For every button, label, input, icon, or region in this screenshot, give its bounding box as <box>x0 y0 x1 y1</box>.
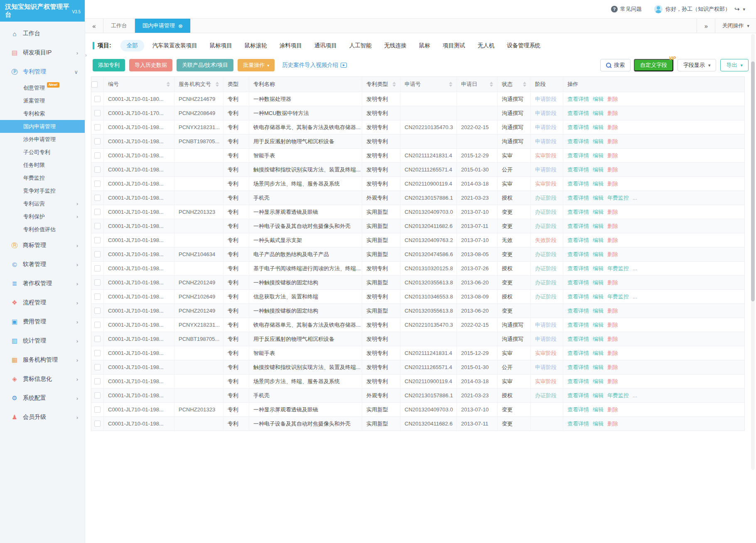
export-dropdown[interactable]: 导出 ▾ <box>720 59 749 71</box>
row-checkbox[interactable] <box>94 421 101 427</box>
column-header[interactable]: 专利类型 <box>362 77 400 92</box>
action-link[interactable]: 删除 <box>607 251 618 258</box>
action-link[interactable]: 编辑 <box>593 152 604 159</box>
action-link[interactable]: 查看详情 <box>567 321 589 329</box>
action-link[interactable]: 编辑 <box>593 392 604 399</box>
logout-icon[interactable]: ↪ <box>734 5 740 13</box>
row-checkbox[interactable] <box>94 96 101 102</box>
action-link[interactable]: 年费监控 <box>607 194 629 202</box>
action-link[interactable]: 删除 <box>607 350 618 357</box>
sidebar-subitem[interactable]: 涉外申请管理 <box>0 133 85 146</box>
action-link[interactable]: 查看详情 <box>567 223 589 230</box>
row-checkbox[interactable] <box>94 364 101 370</box>
history-video-link[interactable]: 历史案件导入视频介绍 ▶ <box>282 61 347 69</box>
action-link[interactable]: 查看详情 <box>567 378 589 385</box>
column-header[interactable]: 申请日 <box>457 77 498 92</box>
action-link[interactable]: 查看详情 <box>567 95 589 103</box>
row-checkbox[interactable] <box>94 124 101 130</box>
row-checkbox[interactable] <box>94 181 101 187</box>
action-link[interactable]: 年费监控 <box>607 265 629 272</box>
sidebar-item[interactable]: ▣ 费用管理 › <box>0 312 85 331</box>
sort-icon[interactable] <box>167 82 170 87</box>
action-link[interactable]: 删除 <box>607 95 618 103</box>
action-link[interactable]: 查看详情 <box>567 180 589 188</box>
row-checkbox[interactable] <box>94 392 101 399</box>
row-checkbox[interactable] <box>94 406 101 413</box>
action-link[interactable]: 查看详情 <box>567 208 589 216</box>
row-checkbox[interactable] <box>94 265 101 272</box>
panel-collapse-handle[interactable]: › <box>85 52 87 58</box>
action-link[interactable]: 编辑 <box>593 180 604 188</box>
row-checkbox[interactable] <box>94 138 101 144</box>
sort-icon[interactable] <box>490 82 493 87</box>
project-filter-option[interactable]: 设备管理系统 <box>507 42 540 49</box>
row-checkbox[interactable] <box>94 294 101 300</box>
search-button[interactable]: 搜索 <box>600 59 631 71</box>
action-link[interactable]: 查看详情 <box>567 335 589 343</box>
action-link[interactable]: 编辑 <box>593 420 604 428</box>
action-link[interactable]: 删除 <box>607 279 618 286</box>
action-link[interactable]: 编辑 <box>593 335 604 343</box>
project-filter-option[interactable]: 无人机 <box>478 42 495 49</box>
sidebar-item[interactable]: ⌂ 工作台 <box>0 24 85 43</box>
user-caret-icon[interactable]: ▾ <box>743 7 745 12</box>
project-filter-option[interactable]: 通讯项目 <box>314 42 337 49</box>
action-link[interactable]: 删除 <box>607 124 618 131</box>
tab-国内申请管理[interactable]: 国内申请管理⊗ <box>135 19 191 33</box>
action-link[interactable]: 查看详情 <box>567 166 589 174</box>
action-link[interactable]: 编辑 <box>593 279 604 286</box>
action-link[interactable]: 编辑 <box>593 95 604 103</box>
sidebar-subitem[interactable]: 国内申请管理 <box>0 120 85 133</box>
action-link[interactable]: 编辑 <box>593 138 604 145</box>
action-link[interactable]: 删除 <box>607 152 618 159</box>
sidebar-subitem[interactable]: 任务时限 <box>0 159 85 171</box>
action-link[interactable]: ... <box>633 392 637 399</box>
sidebar-subitem[interactable]: 创意管理New! <box>0 81 85 94</box>
column-header[interactable]: 状态 <box>498 77 531 92</box>
action-link[interactable]: 查看详情 <box>567 194 589 202</box>
row-checkbox[interactable] <box>94 322 101 328</box>
sidebar-subitem[interactable]: 专利保护 › <box>0 210 85 223</box>
project-filter-option[interactable]: 鼠标 <box>419 42 430 49</box>
action-link[interactable]: 编辑 <box>593 378 604 385</box>
sort-icon[interactable] <box>449 82 452 87</box>
action-link[interactable]: 查看详情 <box>567 307 589 315</box>
project-filter-option[interactable]: 人工智能 <box>349 42 372 49</box>
project-filter-option[interactable]: 全部 <box>120 40 144 51</box>
row-checkbox[interactable] <box>94 110 101 116</box>
row-checkbox[interactable] <box>94 308 101 314</box>
column-header[interactable]: 申请号 <box>400 77 457 92</box>
project-filter-option[interactable]: 鼠标滚轮 <box>245 42 267 49</box>
sidebar-item[interactable]: ◈ 贯标信息化 › <box>0 369 85 389</box>
action-link[interactable]: 删除 <box>607 166 618 174</box>
project-filter-option[interactable]: 无线连接 <box>384 42 407 49</box>
sidebar-subitem[interactable]: 专利检索 <box>0 107 85 120</box>
row-checkbox[interactable] <box>94 378 101 384</box>
action-link[interactable]: 删除 <box>607 208 618 216</box>
action-link[interactable]: 年费监控 <box>607 392 629 399</box>
action-link[interactable]: 删除 <box>607 335 618 343</box>
sidebar-item[interactable]: Ⓟ 专利管理 ∨ <box>0 62 85 81</box>
vertical-scrollbar[interactable] <box>751 34 755 470</box>
tabs-scroll-right-icon[interactable]: » <box>697 19 715 33</box>
row-checkbox[interactable] <box>94 209 101 215</box>
action-link[interactable]: ... <box>633 294 637 300</box>
action-link[interactable]: 删除 <box>607 138 618 145</box>
sidebar-subitem[interactable]: 子公司专利 <box>0 146 85 159</box>
sidebar-subitem[interactable]: 专利运营 › <box>0 197 85 210</box>
scrollbar-thumb[interactable] <box>751 61 755 301</box>
action-link[interactable]: 编辑 <box>593 237 604 244</box>
project-filter-option[interactable]: 项目测试 <box>443 42 465 49</box>
sidebar-item[interactable]: ▦ 服务机构管理 › <box>0 350 85 369</box>
row-checkbox[interactable] <box>94 279 101 286</box>
action-link[interactable]: 编辑 <box>593 293 604 301</box>
action-link[interactable]: 查看详情 <box>567 279 589 286</box>
project-filter-option[interactable]: 涂料项目 <box>280 42 302 49</box>
sidebar-item[interactable]: ▤ 研发项目IP › <box>0 43 85 62</box>
action-link[interactable]: ... <box>633 265 637 272</box>
action-link[interactable]: ... <box>633 195 637 201</box>
action-link[interactable]: 查看详情 <box>567 293 589 301</box>
row-checkbox[interactable] <box>94 251 101 257</box>
action-link[interactable]: 编辑 <box>593 194 604 202</box>
row-checkbox[interactable] <box>94 152 101 159</box>
